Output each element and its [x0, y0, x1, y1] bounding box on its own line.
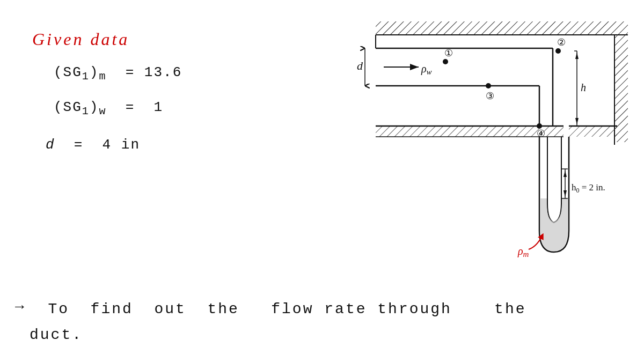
bottom-sentence-line2: duct.	[30, 327, 83, 343]
label-1: ①	[444, 48, 453, 58]
floor-hatch	[376, 126, 564, 137]
point-2	[555, 48, 561, 54]
fluid-diagram: d ρw ① ② ③ ④	[327, 21, 628, 284]
rho-w-label: ρw	[421, 63, 432, 76]
rho-m-label: ρm	[517, 245, 529, 258]
equation-d: d = 4 in	[46, 137, 140, 153]
h0-label: h0 = 2 in.	[572, 182, 605, 194]
mercury-fill	[540, 198, 568, 251]
equation-sg-m: (SG1)m = 13.6	[54, 64, 182, 83]
equation-sg-w: (SG1)w = 1	[54, 99, 163, 117]
ceiling-hatch	[376, 21, 628, 35]
label-3: ③	[486, 91, 494, 101]
arrow-h0-top	[564, 171, 567, 177]
arrow-h-bottom	[575, 118, 579, 124]
point-1	[443, 59, 448, 64]
arrow-h0-bottom	[564, 190, 567, 197]
point-3	[486, 83, 491, 88]
given-data-title: Given data	[32, 29, 129, 49]
d-label: d	[357, 59, 363, 72]
label-2: ②	[557, 37, 566, 48]
page: Given data (SG1)m = 13.6 (SG1)w = 1 d = …	[0, 0, 644, 355]
floor-right-hatch	[569, 126, 617, 137]
bottom-sentence-line1: To find out the flow rate through the	[16, 301, 526, 317]
diagram-container: d ρw ① ② ③ ④	[327, 21, 628, 284]
arrow-h-top	[575, 53, 579, 59]
h-label: h	[581, 82, 586, 93]
